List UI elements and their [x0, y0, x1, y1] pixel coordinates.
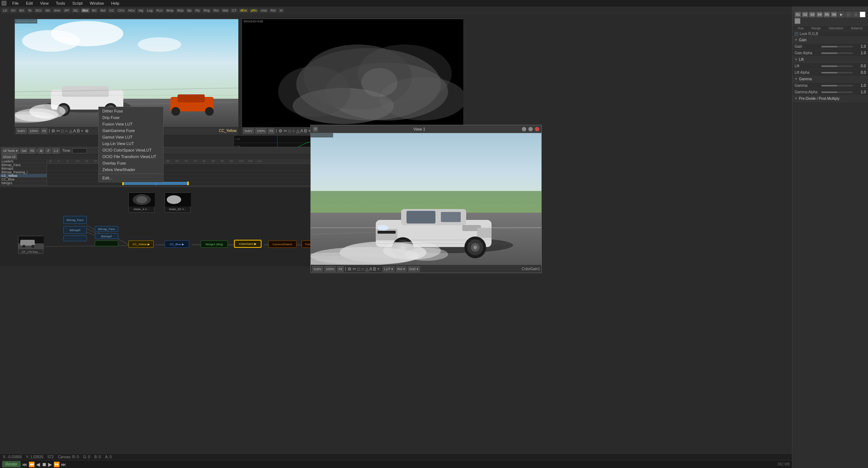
ctx-item-gamut-lut[interactable]: Gamut View LUT [99, 134, 163, 140]
node-merge1[interactable]: Merge1 (Mrg) [201, 241, 228, 248]
effect-tag-bsp[interactable]: BSp [176, 8, 185, 13]
all-tools-btn[interactable]: All Tools ▾ [1, 148, 19, 154]
lift-alpha-slider-track[interactable] [821, 72, 853, 73]
effect-tag-bmp[interactable]: Bmp [165, 8, 175, 13]
ctx-item-fusion-lut[interactable]: Fusion View LUT [99, 121, 163, 127]
ctx-item-dither[interactable]: Dither Fuse [99, 108, 163, 114]
node-colorgain1[interactable]: ColorGain1 ▶ [234, 240, 261, 248]
ch-btn-play[interactable]: ▶ [838, 12, 844, 17]
ch-btn-s3[interactable]: S3 [809, 12, 816, 17]
effect-tag-prn[interactable]: pRn [250, 8, 259, 13]
gamma-slider-track[interactable] [821, 85, 853, 86]
ctx-item-zebra[interactable]: Zebra ViewShader [99, 166, 163, 173]
lift-section-header[interactable]: Lift [792, 56, 868, 63]
ch-btn-s4[interactable]: S4 [816, 12, 823, 17]
gamma-section-header[interactable]: Gamma [792, 76, 868, 82]
ch-btn-s1[interactable]: S1 [795, 12, 801, 17]
view1-max-btn[interactable] [528, 127, 533, 131]
ctx-item-edit[interactable]: Edit... [99, 175, 163, 181]
effect-tag-bp[interactable]: Bp [186, 8, 193, 13]
effect-tag-dem[interactable]: dEm [239, 8, 248, 13]
menu-script[interactable]: Script [71, 1, 84, 5]
zoom-100-right[interactable]: 100% [255, 128, 267, 134]
ctx-item-ocio-cs[interactable]: OCIO ColorSpace ViewLUT [99, 147, 163, 153]
play-step-fwd[interactable]: ⏩ [54, 461, 60, 467]
effect-tag-flu[interactable]: FLU [155, 8, 164, 13]
snap-btn[interactable]: ⊞ [38, 148, 44, 154]
ctx-item-ocio-ft[interactable]: OCIO File Transform ViewLUT [99, 153, 163, 160]
view1-close-btn[interactable] [535, 127, 539, 131]
time-input[interactable] [72, 148, 87, 153]
node-bitmap5[interactable]: Bitmap5 [63, 226, 87, 234]
menu-edit[interactable]: Edit [25, 1, 34, 5]
ctx-item-drip[interactable]: Drip Fuse [99, 114, 163, 121]
gain-section-header[interactable]: Gain [792, 37, 868, 43]
ch-btn-diamond[interactable]: ◇ [852, 12, 859, 17]
effect-tag-35l[interactable]: 35L [72, 8, 80, 13]
node-cc-yellow[interactable]: CC_Yellow ▶ [128, 241, 154, 248]
effect-tag-3mn[interactable]: 3mn [52, 8, 62, 13]
node-bitmap-row1[interactable]: Bitmap_Face [95, 226, 118, 232]
sel-btn[interactable]: Sel [20, 148, 28, 154]
menu-view[interactable]: View [39, 1, 50, 5]
effect-tag-bg[interactable]: BG [18, 8, 26, 13]
view1-min-btn[interactable] [522, 127, 526, 131]
node-bitmap-row2[interactable]: Bitmap5 [95, 233, 118, 239]
effect-tag-bol[interactable]: Bol [99, 8, 107, 13]
loop-btn[interactable]: ↺ [45, 148, 51, 154]
subv-btn-right[interactable]: SubV [243, 128, 254, 134]
ch-btn-s2[interactable]: S2 [802, 12, 808, 17]
fit-timeline-btn[interactable]: Fit [29, 148, 35, 154]
ctx-item-overlay[interactable]: Overlay Fuse [99, 160, 163, 166]
lock-rgb-checkbox[interactable] [795, 32, 798, 36]
node-camerashake[interactable]: CameraShake1 [268, 241, 297, 248]
menu-file[interactable]: File [11, 1, 20, 5]
node-merge-small[interactable] [95, 241, 118, 246]
effect-tag-log[interactable]: Log [146, 8, 154, 13]
menu-window[interactable]: Window [88, 1, 105, 5]
zoom-100[interactable]: 100% [28, 128, 39, 134]
show-all-dropdown[interactable]: Show All [1, 154, 17, 160]
effect-tag-te[interactable]: Te [27, 8, 33, 13]
view1-fit[interactable]: Fit [337, 266, 344, 272]
view1-lut[interactable]: LUT ▾ [383, 266, 394, 272]
node-transform1[interactable]: Transform 1 ▶ [302, 241, 311, 248]
effect-tag-rzt[interactable]: Rzt [269, 8, 277, 13]
ratio-btn[interactable]: 1:2 [52, 148, 60, 154]
play-step-back[interactable]: ⏪ [29, 461, 35, 467]
effect-tag-3pl[interactable]: 3Pl [63, 8, 71, 13]
view1-dod[interactable]: DoD ▾ [408, 266, 420, 272]
effect-tag-3m[interactable]: 3m [44, 8, 52, 13]
effect-tag-blur[interactable]: Blur [81, 8, 90, 13]
effect-tag-ct[interactable]: CT [230, 8, 238, 13]
effect-tag-rng[interactable]: Rng [202, 8, 211, 13]
ctx-item-gaingamma[interactable]: GainGamma Fuse [99, 127, 163, 134]
ch-btn-s5[interactable]: S5 [824, 12, 830, 17]
node-blend[interactable] [63, 235, 87, 241]
subv-btn[interactable]: SubV [16, 128, 27, 134]
view1-subv[interactable]: SubV [312, 266, 323, 272]
effect-tag-sv[interactable]: SV [10, 8, 17, 13]
node-matte-a[interactable]: Matte_A #... [128, 192, 154, 213]
effect-tag-3cn[interactable]: 3Cn [34, 8, 43, 13]
gamma-alpha-slider-track[interactable] [821, 92, 853, 93]
play-back[interactable]: ◀ [36, 461, 40, 467]
ch-btn-square[interactable]: □ [845, 12, 852, 17]
view1-rol[interactable]: Rol ▾ [396, 266, 407, 272]
fit-btn[interactable]: Fit [41, 128, 47, 134]
effect-tag-mg[interactable]: Mg [137, 8, 145, 13]
effect-tag-cc[interactable]: CC [108, 8, 115, 13]
node-cc-blue[interactable]: CC_Blue ▶ [165, 241, 189, 248]
node-matte-b[interactable]: Matte_B2 #... [165, 192, 191, 213]
menu-tools[interactable]: Tools [54, 1, 67, 5]
gain-slider-track[interactable] [821, 46, 853, 47]
effect-tag-hcv[interactable]: HCv [127, 8, 136, 13]
gain-alpha-slider-track[interactable] [821, 52, 853, 54]
view1-zoom[interactable]: 100% [324, 266, 336, 272]
effect-tag-ld[interactable]: LD [1, 8, 9, 13]
menu-help[interactable]: Help [110, 1, 121, 5]
node-loader-thumb[interactable]: CF_170 Fas... [18, 236, 43, 254]
node-bitmap-face[interactable]: Bitmap_Face [63, 216, 87, 224]
predivide-section-header[interactable]: Pre-Divide / Post-Multiply [792, 95, 868, 102]
render-button[interactable]: Render [2, 461, 21, 467]
